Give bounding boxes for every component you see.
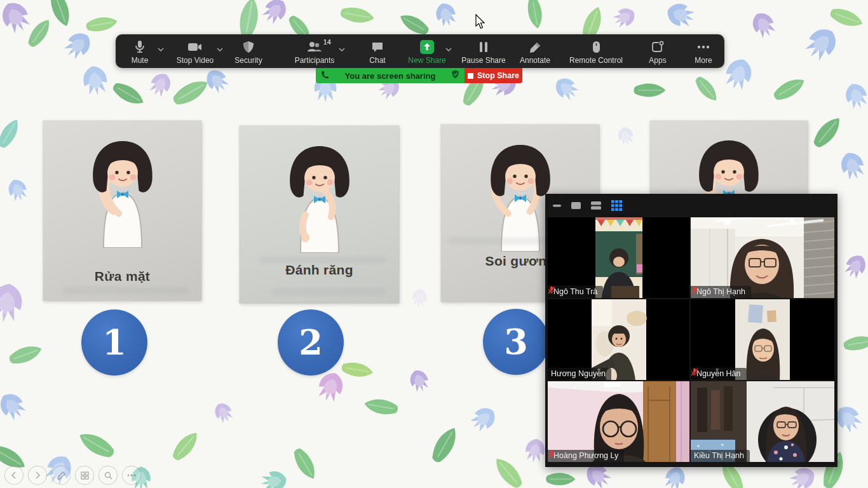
participants-count-badge: 14: [323, 38, 331, 46]
shared-slide-card-wash-face: Rửa mặt: [43, 121, 201, 301]
participants-video-panel: Ngô Thu Trà: [545, 194, 837, 467]
chat-bubble-icon: [371, 39, 384, 55]
pencil-icon: [529, 39, 541, 55]
sharing-status-text: You are screen sharing: [345, 71, 436, 81]
participants-button[interactable]: Participants 14: [284, 34, 345, 68]
presentation-controls: [4, 466, 141, 485]
security-button[interactable]: Security: [218, 34, 279, 68]
previous-slide-button[interactable]: [4, 466, 24, 485]
card-caption: Đánh răng: [240, 262, 399, 278]
participant-name-label: Hương Nguyễn: [548, 368, 611, 380]
screen-sharing-status-banner: You are screen sharing: [316, 68, 465, 83]
video-tile[interactable]: Ngô Thị Hạnh: [691, 217, 834, 298]
chevron-down-icon[interactable]: [339, 43, 345, 54]
strip-view-icon[interactable]: [591, 201, 601, 210]
pen-tool-button[interactable]: [51, 466, 71, 485]
stop-video-button[interactable]: Stop Video: [165, 34, 226, 68]
zoom-meeting-toolbar: Mute Stop Video Security Participa: [116, 34, 724, 68]
answer-number-circle-3: 3: [483, 309, 549, 375]
mute-button[interactable]: Mute: [109, 34, 170, 68]
participant-name-label: Kiều Thị Hạnh: [691, 450, 750, 462]
participants-icon: [306, 39, 323, 55]
minimize-icon[interactable]: [553, 205, 561, 207]
speaker-view-icon[interactable]: [571, 202, 581, 209]
slide-grid-button[interactable]: [75, 466, 94, 485]
video-panel-header: [545, 194, 837, 217]
share-screen-up-arrow-icon: [420, 39, 434, 55]
ellipsis-icon: [697, 39, 710, 55]
participant-name-label: Hoàng Phương Ly: [548, 450, 624, 462]
girl-washing-face-illustration: [75, 133, 170, 248]
more-options-button[interactable]: [122, 466, 141, 485]
chevron-down-icon[interactable]: [445, 43, 452, 54]
annotate-button[interactable]: Annotate: [505, 34, 566, 68]
video-tile[interactable]: Hoàng Phương Ly: [548, 381, 689, 462]
participant-name-label: Ngô Thu Trà: [548, 286, 603, 298]
video-gallery-grid: Ngô Thu Trà: [548, 217, 834, 463]
mouse-icon: [592, 39, 600, 55]
gallery-view-icon[interactable]: [611, 200, 622, 211]
microphone-icon: [133, 39, 146, 55]
video-camera-icon: [187, 39, 203, 55]
video-tile[interactable]: Nguyễn Hân: [691, 299, 834, 380]
phone-icon: [321, 70, 329, 81]
next-slide-button[interactable]: [28, 466, 47, 485]
answer-number-circle-1: 1: [81, 309, 147, 376]
zoom-meeting-screen: Rửa mặt Đánh răng Soi gương 1 2 3 Mute: [0, 0, 868, 488]
shared-slide-card-brush-teeth: Đánh răng: [240, 126, 399, 303]
video-tile[interactable]: Hương Nguyễn: [548, 299, 689, 380]
card-caption: Rửa mặt: [43, 269, 201, 284]
participant-name-label: Nguyễn Hân: [691, 368, 747, 380]
zoom-magnifier-button[interactable]: [98, 466, 118, 485]
chevron-down-icon[interactable]: [158, 43, 164, 54]
pause-icon: [479, 39, 488, 55]
mouse-cursor: [475, 14, 485, 29]
answer-number-circle-2: 2: [278, 309, 344, 376]
stop-share-button[interactable]: Stop Share: [465, 68, 522, 83]
video-tile[interactable]: Ngô Thu Trà: [548, 217, 689, 298]
participant-name-label: Ngô Thị Hạnh: [691, 286, 751, 298]
stop-square-icon: [468, 73, 473, 79]
remote-control-button[interactable]: Remote Control: [566, 34, 627, 68]
more-button[interactable]: More: [673, 34, 734, 68]
apps-icon: [651, 39, 664, 55]
girl-brushing-teeth-illustration: [272, 139, 367, 253]
new-share-button[interactable]: New Share: [397, 34, 458, 68]
shield-icon: [243, 39, 254, 55]
shield-check-icon: [451, 70, 459, 81]
video-tile[interactable]: Kiều Thị Hạnh: [691, 381, 834, 462]
